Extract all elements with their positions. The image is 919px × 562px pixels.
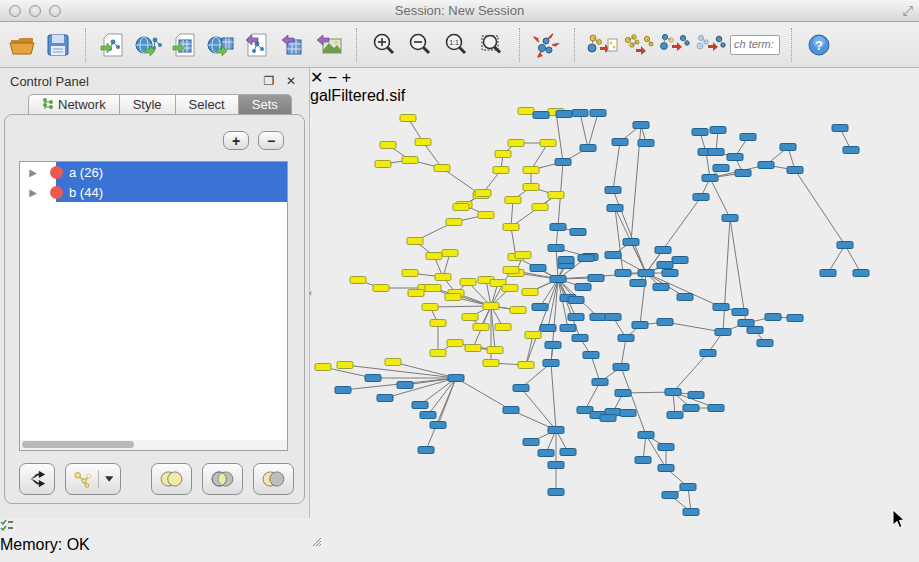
graph-node	[575, 284, 591, 291]
graph-node	[613, 364, 629, 371]
help-button[interactable]: ?	[803, 28, 835, 62]
select-connected-button[interactable]	[658, 28, 690, 62]
import-network-file-button[interactable]	[97, 28, 129, 62]
intersection-venn-icon	[210, 469, 235, 489]
minimize-view-icon[interactable]: −	[328, 69, 337, 86]
import-network-file-icon	[100, 32, 126, 58]
zoom-actual-icon: 1:1	[443, 32, 469, 58]
graph-node	[434, 165, 450, 172]
expander-triangle-icon[interactable]: ▶	[20, 187, 46, 198]
export-table-icon	[280, 32, 306, 58]
apply-layout-icon	[532, 31, 562, 59]
graph-node	[757, 340, 773, 347]
create-set-from-network-button[interactable]	[65, 463, 121, 495]
open-folder-icon	[9, 34, 35, 56]
open-file-button[interactable]	[6, 28, 38, 62]
union-sets-button[interactable]	[151, 463, 192, 495]
network-view-window[interactable]: ✕ − + galFiltered.sif	[310, 68, 919, 551]
zoom-actual-button[interactable]: 1:1	[440, 28, 472, 62]
graph-node	[787, 167, 803, 174]
export-network-button[interactable]	[241, 28, 273, 62]
network-graph[interactable]	[310, 105, 888, 529]
scrollbar-thumb[interactable]	[22, 441, 134, 448]
graph-node	[365, 375, 381, 382]
expander-triangle-icon[interactable]: ▶	[20, 167, 46, 178]
graph-node	[548, 192, 564, 199]
graph-node	[653, 284, 669, 291]
zoom-out-button[interactable]	[404, 28, 436, 62]
graph-node	[677, 294, 693, 301]
import-table-file-button[interactable]	[169, 28, 201, 62]
graph-node	[337, 362, 353, 369]
graph-node	[740, 134, 756, 141]
export-table-button[interactable]	[277, 28, 309, 62]
zoom-fit-icon	[479, 32, 505, 58]
tab-select-label: Select	[189, 97, 225, 112]
close-panel-icon[interactable]: ✕	[283, 74, 299, 88]
graph-node	[700, 350, 716, 357]
sets-list[interactable]: ▶ a (26) ▶ b (44)	[19, 161, 288, 451]
zoom-fit-button[interactable]	[476, 28, 508, 62]
graph-node	[385, 359, 401, 366]
graph-node	[658, 465, 674, 472]
graph-node	[503, 267, 519, 274]
zoom-out-icon	[407, 32, 433, 58]
apply-layout-button[interactable]	[531, 28, 563, 62]
network-window-titlebar[interactable]: ✕ − + galFiltered.sif	[310, 68, 919, 105]
graph-node	[657, 262, 673, 269]
tab-sets[interactable]: Sets	[238, 94, 292, 115]
close-view-icon[interactable]: ✕	[310, 69, 323, 86]
graph-node	[548, 489, 564, 496]
graph-node	[560, 325, 576, 332]
tab-style[interactable]: Style	[119, 94, 175, 115]
set-color-icon	[50, 166, 63, 179]
mouse-cursor-icon	[892, 509, 906, 529]
add-set-button[interactable]: +	[223, 131, 249, 150]
graph-node	[508, 140, 524, 147]
fullscreen-icon[interactable]: ⤢	[903, 3, 913, 19]
graph-node	[605, 187, 621, 194]
graph-node	[853, 270, 869, 277]
tab-select[interactable]: Select	[175, 94, 238, 115]
remove-set-button[interactable]: −	[258, 131, 284, 150]
search-input[interactable]: ch term:	[730, 35, 780, 55]
tab-network[interactable]: Network	[28, 94, 119, 115]
graph-node	[578, 255, 594, 262]
graph-node	[373, 285, 389, 292]
graph-node	[607, 205, 623, 212]
deselect-all-button[interactable]	[694, 28, 726, 62]
graph-node	[487, 347, 503, 354]
save-session-button[interactable]	[42, 28, 74, 62]
set-row-b[interactable]: ▶ b (44)	[20, 182, 287, 202]
select-neighbors-button[interactable]	[622, 28, 654, 62]
set-row-a[interactable]: ▶ a (26)	[20, 162, 287, 182]
graph-node	[680, 484, 696, 491]
import-network-web-button[interactable]	[133, 28, 165, 62]
graph-node	[397, 382, 413, 389]
graph-node	[550, 224, 566, 231]
control-panel: Control Panel ❐ ✕ Network Style Select S…	[0, 68, 310, 518]
zoom-in-button[interactable]	[368, 28, 400, 62]
graph-node	[518, 108, 534, 115]
graph-node	[422, 304, 438, 311]
memory-status-label: Memory: OK	[0, 536, 90, 553]
graph-node	[447, 340, 463, 347]
graph-node	[462, 314, 478, 321]
resize-grip-icon[interactable]	[310, 535, 322, 547]
intersect-sets-button[interactable]	[202, 463, 243, 495]
export-image-button[interactable]	[313, 28, 345, 62]
graph-node	[502, 285, 518, 292]
graph-node	[692, 129, 708, 136]
tab-network-label: Network	[58, 97, 106, 112]
graph-node	[738, 320, 754, 327]
maximize-view-icon[interactable]: +	[342, 69, 351, 86]
difference-sets-button[interactable]	[253, 463, 294, 495]
network-canvas[interactable]	[310, 105, 919, 551]
split-set-button[interactable]	[19, 463, 55, 495]
float-panel-icon[interactable]: ❐	[261, 74, 277, 88]
graph-node	[445, 294, 461, 301]
import-table-web-button[interactable]	[205, 28, 237, 62]
horizontal-scrollbar[interactable]	[19, 440, 288, 451]
select-from-file-button[interactable]	[586, 28, 618, 62]
app-titlebar: Session: New Session ⤢	[0, 0, 919, 22]
